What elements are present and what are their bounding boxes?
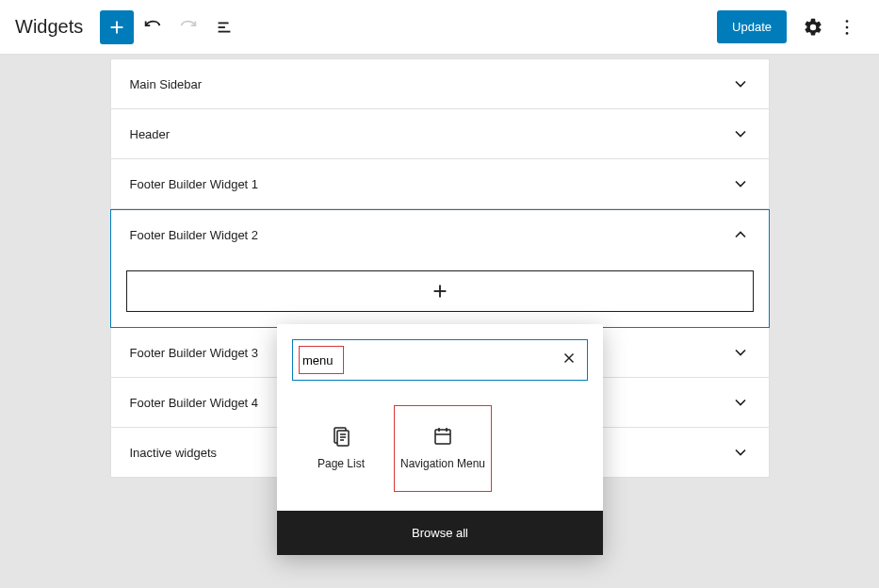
plus-icon — [430, 281, 450, 302]
navigation-menu-icon — [431, 425, 454, 448]
page-title: Widgets — [15, 16, 83, 38]
list-view-icon — [214, 17, 235, 38]
browse-all-button[interactable]: Browse all — [277, 511, 603, 555]
widget-area-header[interactable]: Header — [110, 109, 770, 159]
redo-button[interactable] — [171, 10, 205, 44]
svg-rect-13 — [337, 431, 349, 446]
block-page-list[interactable]: Page List — [292, 405, 390, 492]
chevron-up-icon — [731, 225, 750, 244]
close-icon — [561, 350, 578, 367]
more-vertical-icon — [837, 17, 857, 38]
area-title: Footer Builder Widget 1 — [130, 177, 259, 191]
chevron-down-icon — [731, 343, 750, 362]
svg-point-7 — [846, 32, 849, 35]
chevron-down-icon — [731, 74, 750, 93]
svg-point-5 — [846, 20, 849, 23]
undo-button[interactable] — [136, 10, 170, 44]
area-title: Footer Builder Widget 3 — [130, 346, 259, 360]
widget-area-footer-2[interactable]: Footer Builder Widget 2 — [110, 209, 770, 328]
add-block-button[interactable] — [100, 10, 134, 44]
widget-area-main-sidebar[interactable]: Main Sidebar — [110, 58, 770, 109]
settings-button[interactable] — [796, 10, 830, 44]
block-inserter-popup: Page List Navigation Menu Browse all — [277, 324, 603, 555]
page-list-icon — [330, 425, 352, 448]
area-title: Footer Builder Widget 2 — [130, 228, 259, 242]
undo-icon — [142, 17, 163, 38]
redo-icon — [178, 17, 199, 38]
chevron-down-icon — [731, 124, 750, 143]
list-view-button[interactable] — [207, 10, 241, 44]
block-label: Page List — [317, 457, 365, 472]
block-label: Navigation Menu — [400, 457, 485, 472]
chevron-down-icon — [731, 443, 750, 462]
block-navigation-menu[interactable]: Navigation Menu — [394, 405, 492, 492]
area-title: Header — [130, 127, 171, 141]
svg-point-6 — [846, 25, 849, 28]
plus-icon — [106, 17, 127, 38]
chevron-down-icon — [731, 393, 750, 412]
clear-search-button[interactable] — [561, 350, 578, 370]
widget-area-footer-1[interactable]: Footer Builder Widget 1 — [110, 159, 770, 209]
gear-icon — [803, 17, 823, 38]
update-button[interactable]: Update — [717, 10, 787, 43]
svg-rect-17 — [435, 430, 450, 444]
add-block-placeholder-button[interactable] — [126, 270, 754, 312]
more-options-button[interactable] — [830, 10, 864, 44]
search-input[interactable] — [302, 353, 561, 368]
area-title: Inactive widgets — [130, 446, 218, 460]
chevron-down-icon — [731, 174, 750, 193]
area-title: Footer Builder Widget 4 — [130, 396, 259, 410]
area-title: Main Sidebar — [130, 77, 203, 91]
